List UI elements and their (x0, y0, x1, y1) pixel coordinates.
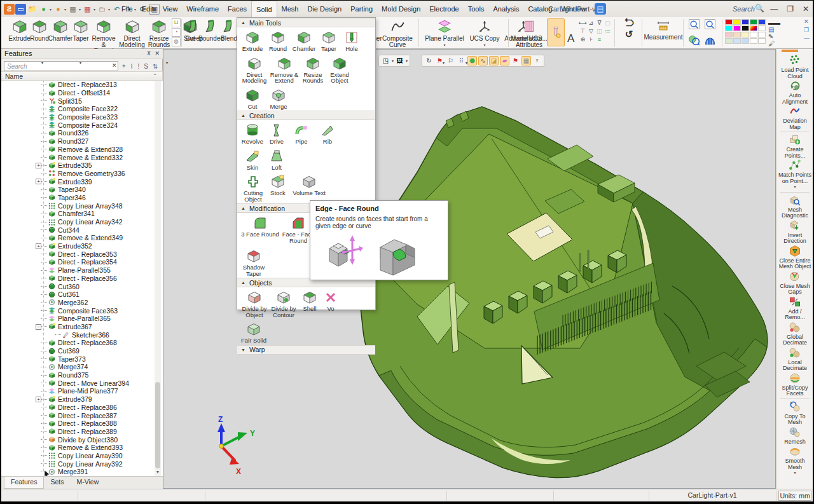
tree-item[interactable]: Split315 (1, 97, 163, 105)
menu-solid[interactable]: Solid (251, 1, 277, 17)
cursor-filter-icon[interactable]: ⌖ (122, 62, 126, 70)
tree-item[interactable]: +Extrude352 (1, 242, 163, 250)
tree-expander-icon[interactable]: + (36, 243, 41, 249)
ribbon-dirmod-button[interactable]: Direct Modeling (118, 17, 146, 48)
menu-wireframe[interactable]: Wireframe (182, 1, 223, 17)
curve-filter-icon[interactable]: ⌇ (130, 63, 134, 70)
scrollbar-down-icon[interactable]: ▼ (155, 468, 161, 476)
panel-tool-revolve[interactable]: Revolve (240, 121, 265, 146)
ribbon-chamfer-button[interactable]: Chamfer (49, 17, 72, 42)
section-collapse-icon[interactable]: ▲ (241, 20, 245, 25)
annotation-icon-10[interactable]: ≡ (595, 36, 604, 44)
panel-tool-shadow-taper[interactable]: Shadow Taper (240, 247, 268, 278)
query-icon-q4[interactable] (702, 33, 718, 48)
search-input[interactable]: Search (4, 61, 118, 71)
text-tool-icon[interactable]: A (567, 17, 579, 45)
tree-item[interactable]: +Extrude379 (1, 395, 163, 404)
column-sort-icon[interactable]: ⌃ (153, 73, 157, 79)
tree-expander-icon[interactable]: + (36, 397, 41, 402)
panel-tool-direct-modeling[interactable]: Direct Modeling (240, 55, 269, 85)
export-green-button[interactable]: ●▾ (38, 4, 53, 15)
annotation-icon-9[interactable]: ⊦ (587, 36, 595, 44)
tree-item[interactable]: Copy Linear Array392 (1, 460, 163, 468)
app-logo-button[interactable]: Ƨ (4, 4, 15, 15)
palette-color-2-3[interactable] (750, 32, 757, 37)
palette-color-3-3[interactable] (750, 38, 757, 44)
viewfilter-icon-4[interactable]: ⬣ (467, 56, 477, 65)
panel-tool-loft[interactable]: Loft (265, 147, 288, 172)
sidebar-load-point-button[interactable]: Load Point Cloud (776, 54, 813, 79)
menu-edit[interactable]: Edit (137, 1, 158, 17)
ribbon-dropdown-arrow-1[interactable]: ▾ (79, 60, 81, 65)
tree-item[interactable]: +Extrude335 (1, 161, 163, 170)
palette-color-1-1[interactable] (733, 25, 741, 31)
panel-tool-rib[interactable]: Rib (315, 121, 340, 146)
export-orange-button[interactable]: ●▾ (53, 4, 67, 15)
tree-item[interactable]: Cut344 (1, 226, 163, 234)
section-collapse-icon[interactable]: ▼ (241, 348, 245, 352)
save-button[interactable]: ▭ (15, 4, 27, 15)
panel-tool-resize-rounds[interactable]: Resize Rounds (300, 55, 326, 85)
ribbon-bounded-button[interactable]: Bounded (202, 17, 220, 42)
sidebar-close-mesh-button[interactable]: Close Mesh Gaps (776, 270, 813, 296)
panel-tab-m-view[interactable]: M-View (70, 477, 105, 489)
ribbon-extrude-button[interactable]: Extrude (9, 17, 30, 42)
tree-item[interactable]: +Extrude339 (1, 177, 163, 186)
tree-expander-icon[interactable]: + (36, 163, 41, 168)
query-icon-q3[interactable] (686, 33, 702, 48)
tree-item[interactable]: Taper373 (1, 355, 163, 363)
tree-item[interactable]: Direct - Replace389 (1, 428, 163, 436)
panel-tool-vo[interactable]: Vo (321, 289, 340, 319)
palette-color-3-1[interactable] (733, 38, 741, 44)
menu-tools[interactable]: Tools (464, 1, 489, 17)
sidebar-smooth-button[interactable]: Smooth Mesh▾ (776, 445, 813, 477)
panel-tool-divide-by-object[interactable]: Divide by Object (240, 289, 269, 319)
tree-item[interactable]: Divide by Object380 (1, 435, 163, 444)
tree-item[interactable]: Merge362 (1, 299, 163, 307)
tree-item[interactable]: Remove & Extend328 (1, 146, 163, 154)
search-label[interactable]: Search (733, 3, 771, 15)
panel-tool-merge[interactable]: Merge (265, 86, 292, 111)
sidebar-copy-to-button[interactable]: Copy To Mesh (776, 400, 813, 426)
sidebar-deviation-button[interactable]: Deviation Map (776, 105, 813, 130)
tree-item[interactable]: Remove & Extend332 (1, 153, 163, 161)
tree-item[interactable]: −Extrude367 (1, 323, 163, 331)
ribbon-dropdown-arrow-4[interactable]: ▾ (466, 60, 467, 65)
panel-tool-cutting-object[interactable]: Cutting Object (240, 173, 266, 203)
tree-item[interactable]: Taper340 (1, 186, 163, 194)
viewfilter-icon-9[interactable]: ▦ (521, 56, 531, 65)
panel-tool-taper[interactable]: Taper (317, 29, 340, 53)
tree-item[interactable]: Direct - Replace313 (1, 81, 163, 89)
sidebar-close-entire-button[interactable]: Close Entire Mesh Object (776, 245, 813, 270)
eyedropper-icon[interactable]: ✎ (768, 33, 780, 40)
sidebar-add--button[interactable]: Add / Remo... (776, 296, 813, 321)
menu-parting[interactable]: Parting (346, 1, 377, 17)
annotation-icon-1[interactable]: ⊿ (587, 19, 595, 27)
pin-icon[interactable]: ⊼ (147, 50, 151, 57)
window-grid2-button[interactable]: ▦▾ (82, 4, 97, 15)
ribbon-ucs-copy-button[interactable]: UCS Copy▾ (468, 17, 501, 48)
section-collapse-icon[interactable]: ▲ (241, 206, 245, 210)
viewfilter-icon-3[interactable]: ⠿ (457, 56, 466, 65)
tree-item[interactable]: Direct - Offset314 (1, 89, 163, 97)
tree-item[interactable]: Cut360 (1, 282, 163, 290)
tree-item[interactable]: Composite Face322 (1, 105, 163, 113)
panel-tool-pipe[interactable]: Pipe (288, 121, 315, 146)
restore-button[interactable]: ❐ (787, 4, 794, 13)
viewfilter-icon-7[interactable]: ▰ (500, 56, 509, 65)
panel-tool-stock[interactable]: Stock (266, 173, 289, 203)
menu-mesh[interactable]: Mesh (277, 1, 303, 17)
ribbon-manufactur-attributes-button[interactable]: Manufactur... Attributes (511, 17, 547, 48)
sidebar-global-button[interactable]: Global Decimate (776, 321, 813, 346)
panel-tool-remove-extend[interactable]: Remove & Extend (269, 55, 300, 85)
tree-item[interactable]: Direct - Replace387 (1, 411, 163, 419)
palette-color-0-3[interactable] (750, 19, 757, 25)
tree-item[interactable]: Composite Face324 (1, 121, 163, 129)
open-folder-button[interactable]: 📁 (27, 4, 38, 15)
folder-sync-button[interactable]: 🗀▾ (97, 4, 111, 15)
sidebar-split-copy-button[interactable]: Split/Copy Facets (776, 372, 813, 397)
stack-icon-1[interactable]: ⊔ (172, 18, 181, 27)
tree-item[interactable]: Copy Linear Array348 (1, 201, 163, 210)
palette-color-0-4[interactable] (758, 19, 766, 25)
sidebar-local-button[interactable]: Local Decimate (776, 346, 813, 372)
